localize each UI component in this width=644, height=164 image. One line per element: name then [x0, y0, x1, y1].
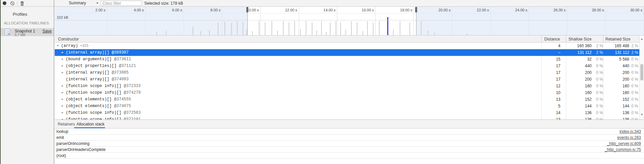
scroll-up-icon[interactable]: ▲ [640, 37, 644, 40]
ruler-gridline [337, 7, 337, 35]
stack-frame-row[interactable]: emitevents.js:263 [55, 135, 644, 141]
table-row[interactable]: ▸(function scope info)[] @374279101600 %… [55, 89, 639, 96]
expander-closed-icon[interactable]: ▸ [62, 51, 63, 54]
overview-chart[interactable]: 2.00 s4.00 s6.00 s8.00 s10.00 s12.00 s14… [55, 7, 644, 35]
table-row[interactable]: ▸(function scope info)[] @372101131360 %… [55, 116, 639, 119]
retained-size-value: 160 [603, 90, 629, 95]
shallow-size-cell: 1520 % [566, 97, 603, 102]
stack-frame-row[interactable]: lookupindex.js:343 [55, 129, 644, 135]
table-row[interactable]: ▸(object elements)[] @374555131520 %1520… [55, 96, 639, 103]
stack-source-link[interactable]: index.js:343 [620, 129, 641, 134]
instance-count: ×315 [78, 44, 88, 48]
ruler-tick-label: 30.00 s [615, 8, 642, 12]
shallow-size-value: 136 [566, 110, 592, 115]
retained-size-value: 131 112 [603, 50, 629, 55]
selection-handle-right[interactable] [415, 7, 417, 12]
object-id: @374555 [112, 97, 131, 102]
grid-scrollbar[interactable]: ▲ ▼ [639, 35, 644, 119]
shallow-size-value: 152 [566, 97, 592, 102]
allocation-bar [379, 21, 380, 35]
tab-retainers[interactable]: Retainers [58, 122, 75, 127]
table-row[interactable]: ▸(object elements)[] @37407551440 %1440 … [55, 103, 639, 109]
table-row[interactable]: ▸(function scope info)[] @372333121600 %… [55, 83, 639, 89]
trash-icon[interactable] [20, 1, 24, 6]
allocation-bar [252, 31, 253, 35]
column-header-distance[interactable]: Distance [544, 37, 560, 42]
snapshot-item[interactable]: % Snapshot 1 6.7 MB Save [1, 28, 54, 36]
table-row[interactable]: (internal array)[] @374093172000 %2000 % [55, 76, 639, 83]
allocation-bar [300, 29, 301, 35]
class-filter-input[interactable] [101, 1, 142, 6]
constructor-name: (function scope info)[] @372333 [66, 84, 141, 88]
detail-tabbar: Retainers Allocation stack [55, 119, 644, 129]
ruler-tick-label: 18.00 s [385, 8, 412, 12]
allocation-bar [225, 22, 225, 35]
allocation-bar [231, 23, 232, 35]
retained-size-percent: 0 % [629, 104, 639, 108]
column-header-constructor[interactable]: Constructor [58, 37, 79, 42]
scroll-down-icon[interactable]: ▼ [640, 113, 644, 116]
distance-value: 10 [541, 90, 560, 95]
shallow-size-value: 131 112 [566, 50, 592, 55]
expander-open-icon[interactable]: ▾ [57, 44, 59, 47]
ruler-tick-label: 10.00 s [232, 8, 259, 12]
shallow-size-cell: 320 % [566, 57, 603, 62]
allocation-bar [336, 21, 336, 35]
stack-source-link[interactable]: _http_common.js:75 [605, 147, 641, 152]
expander-closed-icon[interactable]: ▸ [62, 104, 63, 107]
shallow-size-cell: 1600 % [566, 84, 603, 88]
expander-closed-icon[interactable]: ▸ [62, 64, 63, 67]
retained-size-percent: 0 % [629, 57, 639, 62]
constructor-name: (object elements)[] @374075 [66, 104, 131, 108]
perspective-select[interactable]: Summary [69, 1, 86, 6]
constructor-name: (object elements)[] @374555 [66, 97, 131, 102]
stack-frame-row[interactable]: (root) [55, 153, 644, 159]
stack-frame-row[interactable]: parserOnIncoming_http_server.js:809 [55, 141, 644, 147]
table-row[interactable]: ▸(internal array)[] @369387–131 1122 %13… [55, 49, 639, 56]
selection-handle-left[interactable] [246, 7, 248, 12]
distance-cell: 4 [541, 44, 566, 48]
retained-size-percent: 0 % [629, 90, 639, 95]
retained-size-percent: 0 % [629, 84, 639, 88]
distance-value: – [541, 50, 560, 55]
expander-closed-icon[interactable]: ▸ [62, 111, 63, 114]
shallow-size-percent: 0 % [592, 70, 603, 75]
column-header-retained-size[interactable]: Retained Size [605, 37, 631, 42]
clear-icon[interactable] [10, 1, 15, 6]
shallow-size-percent: 0 % [592, 104, 603, 108]
object-id: @372101 [121, 117, 141, 119]
column-header-shallow-size[interactable]: Shallow Size [568, 37, 592, 42]
snapshot-name: Snapshot 1 [15, 29, 35, 33]
expander-closed-icon[interactable]: ▸ [62, 71, 63, 74]
stack-source-link[interactable]: _http_server.js:809 [607, 141, 641, 146]
expander-closed-icon[interactable]: ▸ [62, 91, 63, 94]
expander-closed-icon[interactable]: ▸ [62, 97, 63, 101]
scrollbar-thumb[interactable] [640, 64, 643, 80]
shallow-size-cell: 131 1122 % [566, 50, 603, 55]
expander-closed-icon[interactable]: ▸ [62, 57, 63, 61]
retained-size-value: 200 [603, 70, 629, 75]
snapshot-save-link[interactable]: Save [43, 29, 52, 33]
snapshot-icon: % [5, 29, 10, 35]
stack-frame-row[interactable]: parserOnHeadersComplete_http_common.js:7… [55, 147, 644, 153]
expander-closed-icon[interactable]: ▸ [62, 84, 63, 87]
table-row[interactable]: ▸(object properties)[] @371121174400 %44… [55, 63, 639, 69]
record-heap-button[interactable] [3, 1, 6, 5]
retained-size-cell: 1600 % [603, 90, 639, 95]
shallow-size-value: 200 [566, 70, 592, 75]
shallow-size-cell: 160 3602 % [566, 44, 603, 48]
retained-size-percent: 0 % [629, 70, 639, 75]
table-row[interactable]: ▸(internal array)[] @373885172000 %2000 … [55, 69, 639, 76]
retained-size-percent: 0 % [629, 64, 639, 68]
allocation-bar [200, 31, 201, 35]
distance-cell: 15 [541, 57, 566, 62]
shallow-size-cell: 2000 % [566, 77, 603, 82]
tab-allocation-stack[interactable]: Allocation stack [77, 122, 104, 127]
table-row[interactable]: ▸(function scope info)[] @372583141360 %… [55, 109, 639, 116]
shallow-size-cell: 1360 % [566, 110, 603, 115]
distance-cell: 10 [541, 90, 566, 95]
table-row[interactable]: ▸(bound arguments)[] @37361115320 %5 568… [55, 56, 639, 63]
table-row[interactable]: ▾(array) ×3154160 3602 %165 4882 % [55, 43, 639, 49]
stack-source-link[interactable]: events.js:263 [617, 135, 641, 140]
snapshot-size: 6.7 MB [15, 33, 26, 37]
